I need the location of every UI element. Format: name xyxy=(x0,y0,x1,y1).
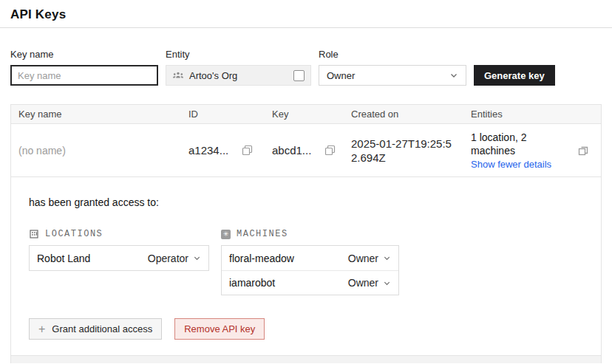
copy-id-button[interactable] xyxy=(242,145,253,156)
column-header-key: Key xyxy=(265,105,344,123)
api-keys-table: Key name ID Key Created on Entities (no … xyxy=(10,104,602,356)
remove-api-key-button[interactable]: Remove API key xyxy=(174,318,265,340)
machines-list: floral-meadow Owner iamarobot Owner xyxy=(221,245,399,295)
created-on-cell: 2025-01-27T19:25:52.694Z xyxy=(344,124,463,176)
machine-role-select[interactable]: Owner xyxy=(348,277,391,289)
entity-value-box: Artoo's Org xyxy=(166,65,311,86)
key-secret-value: abcd1... xyxy=(272,144,311,157)
table-header-row: Key name ID Key Created on Entities xyxy=(11,105,601,124)
granted-access-text: has been granted access to: xyxy=(29,196,583,209)
locations-list: Robot Land Operator xyxy=(29,245,209,271)
column-header-key-name: Key name xyxy=(11,105,181,123)
table-row: (no name) a1234... abcd1... 2025-01-27T1… xyxy=(11,124,601,177)
key-name-label: Key name xyxy=(10,49,158,60)
location-name: Robot Land xyxy=(37,253,90,264)
create-key-form: Key name Entity Artoo's Org Role Owner xyxy=(10,49,602,86)
machine-role-value: Owner xyxy=(348,277,378,289)
machines-section-header: ✳ MACHINES xyxy=(221,228,399,240)
entity-field: Entity Artoo's Org xyxy=(166,49,311,86)
chevron-down-icon xyxy=(449,71,458,80)
column-header-id: ID xyxy=(181,105,265,123)
machine-role-value: Owner xyxy=(348,253,378,264)
column-header-entities: Entities xyxy=(463,105,565,123)
entities-summary: 1 location, 2 machines xyxy=(471,131,562,157)
list-item-machine: floral-meadow Owner xyxy=(222,246,398,270)
key-details-panel: has been granted access to: LO xyxy=(11,177,601,356)
entity-label: Entity xyxy=(166,49,311,60)
entity-value: Artoo's Org xyxy=(189,70,237,81)
grant-additional-access-button[interactable]: + Grant additional access xyxy=(29,318,162,340)
key-id-cell: a1234... xyxy=(181,124,265,176)
next-section-strip xyxy=(10,356,602,363)
machines-section: ✳ MACHINES floral-meadow Owner xyxy=(221,228,399,295)
machine-role-select[interactable]: Owner xyxy=(348,253,391,264)
list-item-location: Robot Land Operator xyxy=(30,246,208,270)
machine-name: iamarobot xyxy=(229,277,275,289)
plus-icon: + xyxy=(38,323,45,335)
key-name-value: (no name) xyxy=(18,145,66,157)
role-label: Role xyxy=(319,49,466,60)
created-on-value: 2025-01-27T19:25:52.694Z xyxy=(351,137,463,165)
locations-heading: LOCATIONS xyxy=(45,229,103,239)
key-id-value: a1234... xyxy=(188,144,228,157)
page-header: API Keys xyxy=(0,0,612,28)
location-role-select[interactable]: Operator xyxy=(148,253,201,264)
column-header-created-on: Created on xyxy=(344,105,463,123)
key-name-input[interactable] xyxy=(10,65,158,86)
chevron-down-icon xyxy=(193,254,201,262)
chevron-down-icon xyxy=(383,279,391,287)
generate-key-button[interactable]: Generate key xyxy=(474,65,555,86)
key-name-cell: (no name) xyxy=(11,124,181,176)
panel-actions: + Grant additional access Remove API key xyxy=(29,318,583,340)
key-name-field: Key name xyxy=(10,49,158,86)
row-actions-cell xyxy=(565,124,601,176)
duplicate-key-button[interactable] xyxy=(577,144,590,157)
column-header-actions xyxy=(565,105,601,123)
location-building-icon xyxy=(29,229,39,239)
list-item-machine: iamarobot Owner xyxy=(222,270,398,295)
show-fewer-details-link[interactable]: Show fewer details xyxy=(471,158,562,171)
machine-name: floral-meadow xyxy=(229,253,294,264)
copy-key-button[interactable] xyxy=(324,145,336,156)
entities-cell: 1 location, 2 machines Show fewer detail… xyxy=(463,124,565,176)
organization-icon xyxy=(172,70,184,80)
grant-button-label: Grant additional access xyxy=(52,323,152,334)
role-select[interactable]: Owner xyxy=(319,65,466,86)
entity-checkbox[interactable] xyxy=(293,70,305,81)
access-sections: LOCATIONS Robot Land Operator xyxy=(29,228,583,295)
machines-heading: MACHINES xyxy=(237,229,288,239)
locations-section: LOCATIONS Robot Land Operator xyxy=(29,228,209,271)
page-title: API Keys xyxy=(10,7,602,22)
role-field: Role Owner xyxy=(319,49,466,86)
locations-section-header: LOCATIONS xyxy=(29,228,209,240)
key-secret-cell: abcd1... xyxy=(265,124,344,176)
location-role-value: Operator xyxy=(148,253,188,264)
machine-asterisk-icon: ✳ xyxy=(221,230,231,239)
chevron-down-icon xyxy=(383,254,391,262)
role-value: Owner xyxy=(327,70,355,81)
